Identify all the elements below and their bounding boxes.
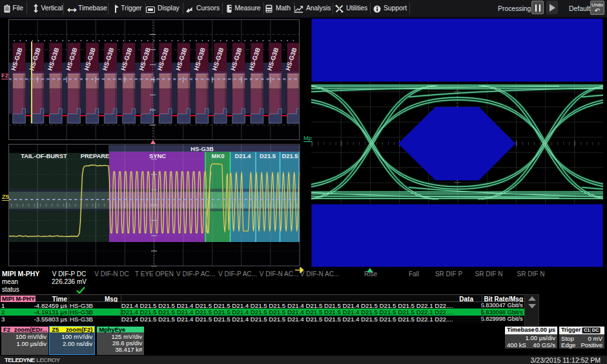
svg-text:SYNC: SYNC [149, 152, 166, 159]
svg-text:D21.5: D21.5 [282, 152, 298, 159]
svg-text:PREPARE: PREPARE [81, 152, 110, 159]
svg-text:TAIL-OF-BURST: TAIL-OF-BURST [21, 152, 67, 159]
svg-text:D21.5: D21.5 [260, 152, 276, 159]
svg-text:HS-G3B: HS-G3B [190, 145, 214, 152]
svg-text:MK0: MK0 [212, 152, 225, 159]
svg-text:D21.4: D21.4 [234, 152, 251, 159]
